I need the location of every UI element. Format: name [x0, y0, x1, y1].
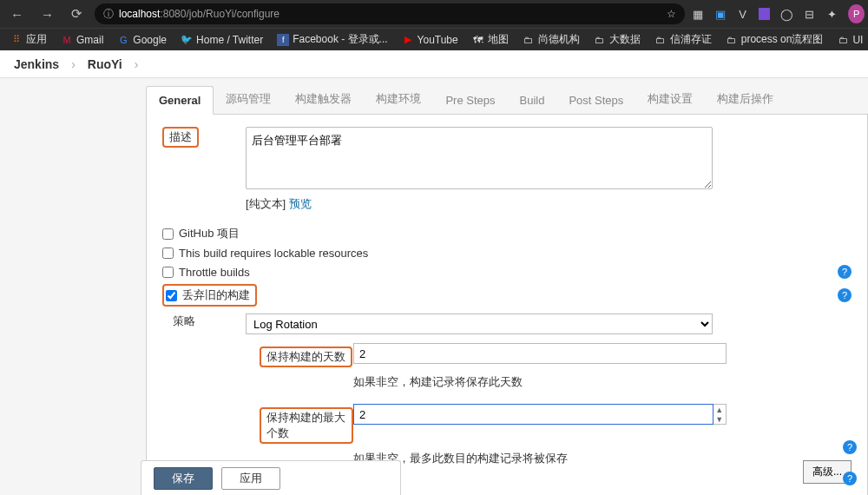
- max-builds-label: 保持构建的最大个数: [260, 407, 353, 444]
- help-icon[interactable]: ?: [838, 288, 852, 302]
- configure-form: General 源码管理 构建触发器 构建环境 Pre Steps Build …: [146, 85, 868, 495]
- breadcrumb-jenkins[interactable]: Jenkins: [14, 57, 59, 71]
- form-footer: 保存 应用: [141, 460, 401, 495]
- days-to-keep-input[interactable]: [353, 343, 727, 364]
- url-host: localhost: [119, 8, 160, 20]
- bookmark-facebook[interactable]: fFacebook - 登录或...: [272, 30, 392, 49]
- discard-old-builds-checkbox[interactable]: [166, 290, 177, 301]
- url-port: :8080: [160, 8, 186, 20]
- bookmark-map[interactable]: 🗺地图: [467, 30, 514, 49]
- config-tabs: General 源码管理 构建触发器 构建环境 Pre Steps Build …: [146, 85, 868, 115]
- extension-icon-1[interactable]: ▦: [692, 7, 704, 21]
- tab-triggers[interactable]: 构建触发器: [283, 84, 364, 114]
- tab-build[interactable]: Build: [508, 87, 557, 114]
- save-button[interactable]: 保存: [154, 467, 213, 490]
- chevron-right-icon: ›: [71, 57, 76, 71]
- tab-post-steps[interactable]: Post Steps: [556, 87, 635, 114]
- tab-post-build[interactable]: 构建后操作: [705, 84, 786, 114]
- lockable-resources-checkbox[interactable]: [162, 248, 174, 259]
- url-path: /job/RuoYi/configure: [186, 8, 279, 20]
- extension-icon-2[interactable]: ▣: [714, 7, 727, 21]
- folder-icon: 🗀: [726, 34, 738, 46]
- tab-pre-steps[interactable]: Pre Steps: [433, 87, 507, 114]
- folder-icon: 🗀: [523, 34, 535, 46]
- breadcrumb: Jenkins › RuoYi ›: [0, 50, 868, 78]
- number-stepper[interactable]: ▲▼: [713, 404, 727, 425]
- description-label: 描述: [162, 127, 246, 148]
- bookmark-ui[interactable]: 🗀UI: [832, 32, 868, 48]
- youtube-icon: ▶: [402, 34, 414, 46]
- extension-icon-5[interactable]: ⊟: [804, 7, 816, 21]
- site-info-icon[interactable]: ⓘ: [103, 7, 114, 22]
- lockable-resources-label: This build requires lockable resources: [179, 247, 368, 260]
- reload-button[interactable]: ⟳: [66, 4, 88, 23]
- step-down-icon[interactable]: ▼: [713, 414, 726, 424]
- tab-build-env[interactable]: 构建环境: [364, 84, 433, 114]
- max-builds-hint: 如果非空，最多此数目的构建记录将被保存: [353, 451, 727, 466]
- browser-toolbar: ← → ⟳ ⓘ localhost :8080 /job/RuoYi/confi…: [0, 0, 868, 28]
- folder-icon: 🗀: [837, 34, 849, 46]
- extension-icon-v[interactable]: V: [737, 7, 749, 21]
- folder-icon: 🗀: [654, 34, 667, 46]
- apps-label: 应用: [26, 32, 47, 47]
- twitter-icon: 🐦: [181, 34, 193, 46]
- days-to-keep-hint: 如果非空，构建记录将保存此天数: [353, 374, 727, 390]
- tab-scm[interactable]: 源码管理: [214, 84, 283, 114]
- chevron-right-icon: ›: [135, 57, 139, 71]
- max-builds-input[interactable]: [353, 404, 713, 425]
- bookmark-youtube[interactable]: ▶YouTube: [397, 32, 464, 48]
- gmail-icon: M: [61, 34, 73, 46]
- address-bar[interactable]: ⓘ localhost :8080 /job/RuoYi/configure ☆: [95, 3, 685, 24]
- forward-button[interactable]: →: [36, 5, 59, 23]
- bookmark-org[interactable]: 🗀尚德机构: [517, 30, 585, 49]
- throttle-builds-checkbox[interactable]: [162, 267, 174, 278]
- apps-icon: ⠿: [10, 34, 23, 46]
- profile-avatar[interactable]: P: [848, 4, 865, 23]
- preview-link[interactable]: 预览: [289, 197, 312, 210]
- bookmark-home-twitter[interactable]: 🐦Home / Twitter: [175, 32, 268, 48]
- breadcrumb-project[interactable]: RuoYi: [88, 57, 122, 71]
- apps-button[interactable]: ⠿应用: [5, 30, 52, 49]
- discard-old-builds-label: 丢弃旧的构建: [182, 287, 250, 303]
- back-button[interactable]: ←: [5, 5, 29, 23]
- map-icon: 🗺: [472, 34, 484, 46]
- bookmarks-bar: ⠿应用 MGmail GGoogle 🐦Home / Twitter fFace…: [0, 28, 868, 50]
- plain-text-label: [纯文本]: [246, 197, 289, 210]
- bookmark-gmail[interactable]: MGmail: [56, 32, 108, 48]
- description-textarea[interactable]: 后台管理平台部署: [246, 127, 713, 189]
- strategy-label: 策略: [162, 314, 246, 329]
- extension-icon-4[interactable]: ◯: [780, 7, 793, 21]
- strategy-select[interactable]: Log Rotation: [246, 314, 713, 334]
- bookmark-bigdata[interactable]: 🗀大数据: [589, 30, 646, 49]
- github-project-label: GitHub 项目: [179, 226, 240, 241]
- help-icon[interactable]: ?: [843, 472, 857, 485]
- help-icon[interactable]: ?: [838, 265, 852, 279]
- extensions-puzzle-icon[interactable]: ✦: [825, 7, 838, 21]
- tab-build-settings[interactable]: 构建设置: [635, 84, 705, 114]
- throttle-builds-label: Throttle builds: [179, 266, 250, 279]
- extension-icon-3[interactable]: [759, 8, 769, 20]
- days-to-keep-label: 保持构建的天数: [260, 346, 352, 367]
- bookmark-processon[interactable]: 🗀process on流程图: [720, 30, 829, 49]
- tab-general[interactable]: General: [146, 86, 214, 115]
- bookmark-evidence[interactable]: 🗀信浦存证: [649, 30, 717, 49]
- google-icon: G: [117, 34, 129, 46]
- step-up-icon[interactable]: ▲: [713, 405, 726, 414]
- folder-icon: 🗀: [594, 34, 606, 46]
- bookmark-google[interactable]: GGoogle: [112, 32, 172, 48]
- facebook-icon: f: [277, 34, 289, 46]
- help-icon[interactable]: ?: [843, 440, 857, 454]
- apply-button[interactable]: 应用: [221, 467, 280, 490]
- github-project-checkbox[interactable]: [162, 228, 174, 240]
- bookmark-star-icon[interactable]: ☆: [667, 8, 676, 20]
